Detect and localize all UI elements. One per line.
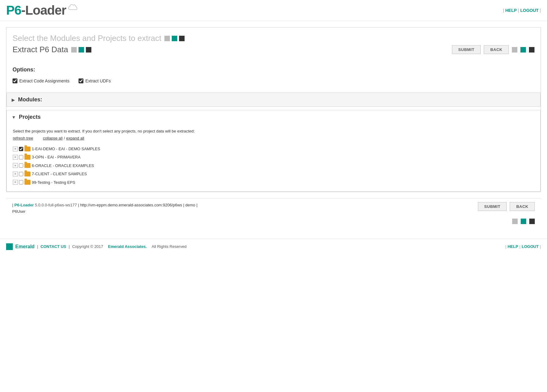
back-button-top[interactable]: BACK	[484, 45, 509, 54]
nav-sep-3: |	[540, 8, 541, 13]
projects-header[interactable]: ▼ Projects	[7, 110, 540, 124]
top-nav: | HELP | LOGOUT |	[503, 8, 541, 13]
extract-udfs-label: Extract UDFs	[85, 78, 111, 83]
step1-label: Select the Modules and Projects to extra…	[13, 34, 161, 43]
tree-expand-2[interactable]: +	[13, 155, 18, 160]
step2-right: SUBMIT BACK	[452, 45, 534, 54]
tree-expand-3[interactable]: +	[13, 163, 18, 168]
extract-code-option[interactable]: Extract Code Assignments	[13, 78, 69, 83]
step1-header: Select the Modules and Projects to extra…	[13, 34, 534, 43]
status-right: SUBMIT BACK	[478, 202, 535, 211]
tree-expand-4[interactable]: +	[13, 172, 18, 176]
bottom-sep3: |	[540, 244, 541, 249]
tree-label-1: 1-EAI-DEMO - EAI - DEMO SAMPLES	[32, 145, 100, 152]
submit-button-top[interactable]: SUBMIT	[452, 45, 481, 54]
submit-button-bottom[interactable]: SUBMIT	[478, 202, 507, 211]
modules-toggle-icon: ▶	[12, 97, 15, 102]
step2-label: Extract P6 Data	[13, 45, 68, 54]
status-pipe3: |	[196, 203, 197, 207]
status-user: demo	[185, 203, 196, 207]
bottom-sep1: |	[505, 244, 506, 249]
logo-dash: -	[21, 3, 25, 17]
footer-logout-link[interactable]: LOGOUT	[522, 244, 539, 249]
tree-checkbox-5[interactable]	[19, 180, 23, 184]
logo-p6: P6	[6, 3, 21, 17]
rights-text: All Rights Reserved	[152, 244, 186, 249]
projects-title: Projects	[19, 114, 41, 120]
extract-code-label: Extract Code Assignments	[19, 78, 69, 83]
version-value: 5.0.0.0-full-p6ws-ws177	[35, 203, 77, 207]
main-content: Select the Modules and Projects to extra…	[0, 21, 547, 233]
logout-link[interactable]: LOGOUT	[520, 8, 538, 13]
tree-checkbox-1[interactable]	[19, 147, 23, 151]
folder-icon-5	[24, 180, 31, 185]
tree-label-4: 7-CLIENT - CLIENT SAMPLES	[32, 170, 87, 177]
contact-us-link[interactable]: CONTACT US	[41, 244, 66, 249]
back-button-bottom[interactable]: BACK	[510, 202, 535, 211]
footer-sep1: |	[37, 244, 38, 249]
step1-indicator-teal	[172, 36, 177, 41]
extract-udfs-checkbox[interactable]	[79, 78, 83, 83]
refresh-tree-link[interactable]: refresh tree	[13, 136, 33, 140]
bottom-nav: | HELP | LOGOUT |	[505, 244, 541, 249]
tree-label-2: 3-OPN - EAI - PRIMAVERA	[32, 154, 80, 161]
step1-indicator-black	[179, 36, 185, 41]
tree-expand-1[interactable]: +	[13, 147, 18, 151]
logo-text: P6-Loader	[6, 3, 66, 18]
tree-checkbox-2[interactable]	[19, 155, 23, 159]
status-p6user: P6User	[12, 209, 25, 214]
tree: + 1-EAI-DEMO - EAI - DEMO SAMPLES + 3-OP…	[13, 145, 534, 187]
table-row: + 6-ORACLE - ORACLE EXAMPLES	[13, 162, 534, 170]
footer-help-link[interactable]: HELP	[508, 244, 518, 249]
top-indicator-black	[529, 47, 534, 53]
p6loader-link[interactable]: P6-Loader	[14, 203, 34, 207]
modules-header[interactable]: ▶ Modules:	[7, 93, 540, 107]
projects-body: Select the projects you want to extract.…	[7, 124, 540, 191]
nav-sep-1: |	[503, 8, 504, 13]
extract-udfs-option[interactable]: Extract UDFs	[79, 78, 111, 83]
top-indicator-gray	[512, 47, 517, 53]
tree-checkbox-3[interactable]	[19, 163, 23, 168]
second-status-bar	[6, 219, 541, 227]
bottom-indicator-black	[529, 219, 535, 224]
step2-indicator-gray	[71, 47, 77, 53]
emerald-associates-link[interactable]: Emerald Associates.	[108, 244, 147, 249]
step2-row: Extract P6 Data SUBMIT BACK	[13, 45, 534, 54]
collapse-all-link[interactable]: collapse all	[43, 136, 62, 140]
top-bar: P6-Loader | HELP | LOGOUT |	[0, 0, 547, 21]
folder-icon-4	[24, 172, 31, 176]
nav-sep-2: |	[518, 8, 519, 13]
options-title: Options:	[13, 67, 534, 73]
bottom-indicator-teal	[521, 219, 526, 224]
step1-indicator-gray	[164, 36, 170, 41]
footer-sep2: |	[69, 244, 70, 249]
expand-all-link[interactable]: expand all	[66, 136, 84, 140]
emerald-square-icon	[6, 243, 13, 250]
tree-expand-5[interactable]: +	[13, 180, 18, 185]
extract-code-checkbox[interactable]	[13, 78, 17, 83]
help-link[interactable]: HELP	[505, 8, 516, 13]
tree-checkbox-4[interactable]	[19, 172, 23, 176]
tree-label-3: 6-ORACLE - ORACLE EXAMPLES	[32, 162, 94, 169]
step2-left: Extract P6 Data	[13, 45, 91, 54]
folder-icon-2	[24, 155, 31, 160]
folder-icon-3	[24, 163, 31, 168]
table-row: + 99-Testing - Testing EPS	[13, 178, 534, 187]
bottom-sep2: |	[519, 244, 520, 249]
bottom-bar: Emerald | CONTACT US | Copyright © 2017 …	[0, 239, 547, 254]
link-sep: /	[64, 136, 65, 140]
status-url: http://vm-eppm.demo.emerald-associates.c…	[80, 203, 182, 207]
options-section: Options: Extract Code Assignments Extrac…	[6, 60, 541, 93]
folder-icon-1	[24, 147, 31, 151]
status-pipe2: |	[183, 203, 185, 207]
table-row: + 1-EAI-DEMO - EAI - DEMO SAMPLES	[13, 145, 534, 153]
modules-title: Modules:	[18, 96, 42, 103]
status-sep: |	[12, 203, 14, 207]
projects-section: ▼ Projects Select the projects you want …	[6, 110, 541, 192]
projects-links: refresh tree collapse all / expand all	[13, 136, 534, 140]
bottom-left: Emerald | CONTACT US | Copyright © 2017 …	[6, 243, 186, 250]
logo: P6-Loader	[6, 3, 79, 18]
step1-indicators	[164, 36, 185, 41]
options-row: Extract Code Assignments Extract UDFs	[13, 78, 534, 83]
status-left: | P6-Loader 5.0.0.0-full-p6ws-ws177 | ht…	[12, 202, 197, 215]
